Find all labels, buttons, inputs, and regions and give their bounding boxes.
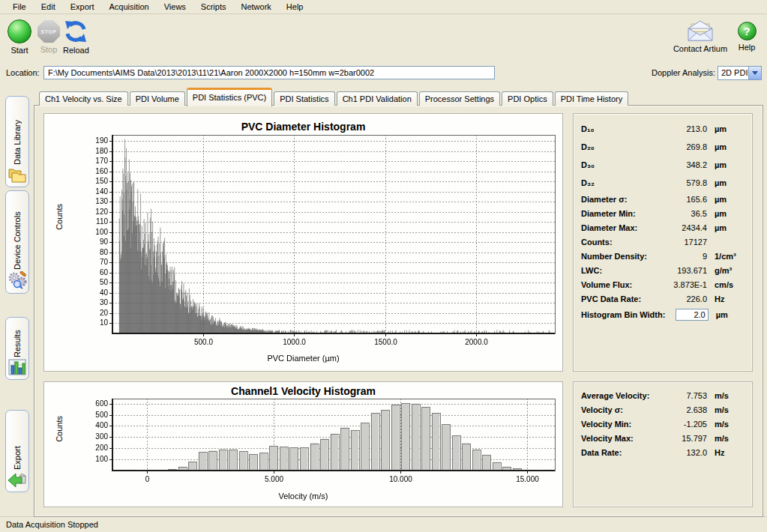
stat-row-counts: Counts:17127 bbox=[581, 235, 745, 249]
stop-label: Stop bbox=[40, 45, 58, 54]
reload-button[interactable]: Reload bbox=[63, 19, 89, 55]
stat-value: 226.0 bbox=[662, 294, 707, 303]
menu-views[interactable]: Views bbox=[157, 1, 193, 12]
stat-label: Diameter σ: bbox=[581, 195, 662, 204]
stat-unit: µm bbox=[707, 160, 745, 169]
gears-icon bbox=[7, 271, 27, 289]
stat-label: PVC Data Rate: bbox=[581, 294, 662, 303]
device-controls-label: Device Controls bbox=[13, 191, 22, 271]
status-text: Data Acquisition Stopped bbox=[6, 520, 98, 529]
stat-unit: 1/cm³ bbox=[707, 252, 745, 261]
toolbar: Start STOP Stop Reload Contact Artium ? … bbox=[0, 15, 767, 64]
tab-pdi-statistics[interactable]: PDI Statistics bbox=[274, 91, 334, 106]
help-glyph: ? bbox=[743, 25, 750, 37]
pvc-stats-panel: D₁₀213.0µm D₂₀269.8µm D₃₀348.2µm D₃₂579.… bbox=[573, 113, 753, 372]
stat-row-data-rate: Data Rate:132.0Hz bbox=[581, 445, 745, 459]
stat-unit: µm bbox=[707, 195, 745, 204]
sidebar-item-export[interactable]: Export bbox=[5, 410, 29, 492]
chevron-down-icon bbox=[752, 71, 758, 75]
start-icon bbox=[7, 19, 31, 43]
velocity-chart-xlabel: Velocity (m/s) bbox=[44, 492, 562, 501]
pvc-diameter-histogram-canvas bbox=[44, 114, 564, 372]
location-row: Location: F:\My Documents\AIMS Data\2013… bbox=[0, 66, 767, 82]
stat-unit: µm bbox=[707, 178, 745, 187]
stat-label: Average Velocity: bbox=[581, 391, 662, 400]
menu-scripts[interactable]: Scripts bbox=[194, 1, 233, 12]
start-button[interactable]: Start bbox=[7, 19, 31, 55]
sidebar-item-results[interactable]: Results bbox=[5, 317, 29, 380]
menu-acquisition[interactable]: Acquisition bbox=[103, 1, 156, 12]
menu-network[interactable]: Network bbox=[234, 1, 277, 12]
velocity-histogram-canvas bbox=[44, 382, 564, 508]
help-label: Help bbox=[739, 43, 756, 52]
menu-edit[interactable]: Edit bbox=[34, 1, 62, 12]
stat-unit: g/m³ bbox=[707, 266, 745, 275]
stat-label: Velocity σ: bbox=[581, 405, 662, 414]
tab-pdi-optics[interactable]: PDI Optics bbox=[502, 91, 553, 106]
stat-unit: cm/s bbox=[707, 280, 745, 289]
help-button[interactable]: ? Help bbox=[733, 19, 760, 52]
stat-label: LWC: bbox=[581, 266, 662, 275]
stat-unit: µm bbox=[709, 310, 745, 319]
stat-row-volume-flux: Volume Flux:3.873E-1cm/s bbox=[581, 277, 745, 291]
results-label: Results bbox=[13, 318, 22, 359]
stat-value: 213.0 bbox=[662, 124, 707, 133]
histogram-bin-width-input[interactable] bbox=[676, 309, 709, 321]
pvc-diameter-histogram-panel: PVC Diameter Histogram Counts PVC Diamet… bbox=[43, 113, 563, 372]
location-label: Location: bbox=[6, 68, 40, 77]
data-library-label: Data Library bbox=[13, 97, 22, 166]
menu-export[interactable]: Export bbox=[64, 1, 101, 12]
stat-unit: µm bbox=[707, 124, 745, 133]
stat-row-d32: D₃₂579.8µm bbox=[581, 174, 745, 192]
stat-row-histogram-bin-width: Histogram Bin Width: µm bbox=[581, 306, 745, 324]
stat-value: 579.8 bbox=[662, 178, 707, 187]
stat-value: 132.0 bbox=[662, 448, 707, 457]
stat-value: 193.671 bbox=[662, 266, 707, 275]
doppler-analysis-value: 2D PDI bbox=[718, 67, 748, 79]
tab-pdi-time-history[interactable]: PDI Time History bbox=[555, 91, 629, 106]
reload-label: Reload bbox=[63, 46, 89, 55]
stat-unit: Hz bbox=[707, 448, 745, 457]
menu-bar: File Edit Export Acquisition Views Scrip… bbox=[0, 0, 767, 14]
stat-row-velocity-min: Velocity Min:-1.205m/s bbox=[581, 417, 745, 431]
stat-row-lwc: LWC:193.671g/m³ bbox=[581, 263, 745, 277]
stat-value: 7.753 bbox=[662, 391, 707, 400]
sidebar-item-device-controls[interactable]: Device Controls bbox=[5, 190, 29, 294]
contact-artium-button[interactable]: Contact Artium bbox=[672, 19, 729, 53]
help-icon: ? bbox=[738, 22, 757, 40]
tab-processor-settings[interactable]: Processor Settings bbox=[419, 91, 500, 106]
stat-label: Velocity Min: bbox=[581, 420, 662, 429]
status-bar: Data Acquisition Stopped bbox=[0, 516, 767, 532]
folders-icon bbox=[7, 166, 27, 183]
sidebar-item-data-library[interactable]: Data Library bbox=[5, 96, 29, 187]
stop-button[interactable]: STOP Stop bbox=[37, 19, 60, 54]
stat-value: 348.2 bbox=[662, 160, 707, 169]
stat-label: Diameter Min: bbox=[581, 209, 662, 218]
menu-file[interactable]: File bbox=[6, 1, 33, 12]
stat-unit: Hz bbox=[707, 294, 745, 303]
tab-ch1-velocity-vs-size[interactable]: Ch1 Velocity vs. Size bbox=[39, 91, 128, 106]
menu-help[interactable]: Help bbox=[280, 1, 310, 12]
stat-value: 2434.4 bbox=[662, 223, 707, 232]
tab-pdi-volume[interactable]: PDI Volume bbox=[130, 91, 185, 106]
doppler-analysis-select[interactable]: 2D PDI bbox=[718, 66, 762, 80]
stop-glyph: STOP bbox=[41, 29, 57, 34]
contact-artium-label: Contact Artium bbox=[673, 44, 727, 53]
stat-row-diameter-min: Diameter Min:36.5µm bbox=[581, 206, 745, 220]
stat-label: Number Density: bbox=[581, 252, 662, 261]
combo-dropdown-button[interactable] bbox=[748, 67, 761, 79]
bar-chart-icon bbox=[8, 359, 26, 375]
stat-unit: m/s bbox=[707, 405, 745, 414]
location-field[interactable]: F:\My Documents\AIMS Data\2013\2013\11\2… bbox=[43, 66, 495, 79]
export-arrow-icon bbox=[7, 471, 27, 488]
stat-row-d10: D₁₀213.0µm bbox=[581, 120, 745, 138]
stat-unit: µm bbox=[707, 209, 745, 218]
tab-pdi-statistics-pvc[interactable]: PDI Statistics (PVC) bbox=[187, 88, 272, 106]
stat-label: D₁₀ bbox=[581, 124, 662, 133]
velocity-stats-panel: Average Velocity:7.753m/s Velocity σ:2.6… bbox=[573, 381, 753, 507]
stop-icon: STOP bbox=[37, 20, 60, 43]
stat-label: Data Rate: bbox=[581, 448, 662, 457]
tab-ch1-pdi-validation[interactable]: Ch1 PDI Validation bbox=[337, 91, 418, 106]
stat-label: Velocity Max: bbox=[581, 434, 662, 443]
stat-unit: m/s bbox=[707, 391, 745, 400]
